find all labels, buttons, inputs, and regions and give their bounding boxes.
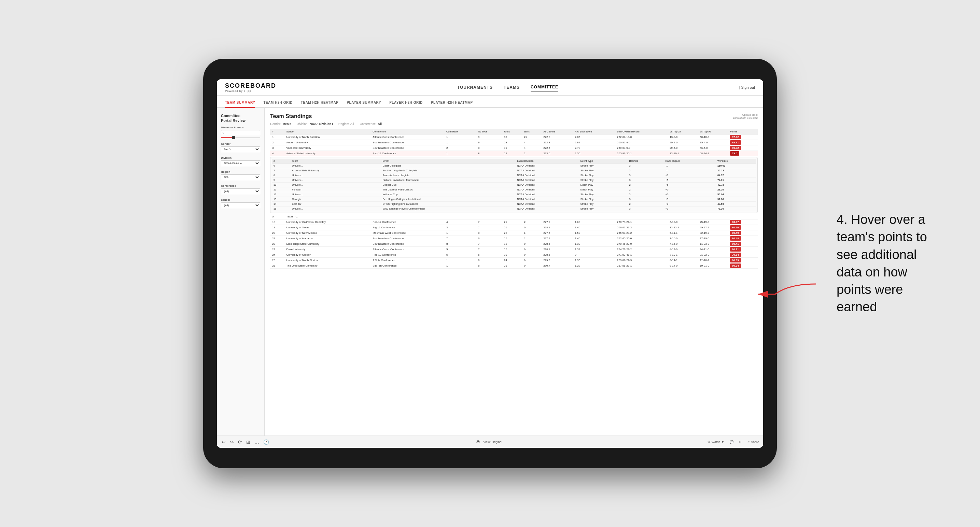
share-button[interactable]: ↗ Share (747, 440, 759, 444)
slider-track[interactable] (221, 137, 260, 138)
expanded-table-row[interactable]: 10 Univers... Copper Cup NCAA Division I… (272, 183, 756, 187)
subnav-team-h2h-heatmap[interactable]: TEAM H2H HEATMAP (301, 101, 339, 108)
expanded-row: # Team Event Event Division Event Type R… (270, 156, 758, 214)
sub-nav: TEAM SUMMARY TEAM H2H GRID TEAM H2H HEAT… (217, 95, 763, 108)
points-badge[interactable]: 80.94 (730, 264, 741, 268)
table-row-highlighted[interactable]: 4 Arizona State University Pac-12 Confer… (270, 151, 758, 156)
sidebar-section-school: School (All) (221, 198, 260, 208)
sidebar-section-gender: Gender Men's Women's (221, 142, 260, 152)
expanded-table-row[interactable]: 12 Univers... Williams Cup NCAA Division… (272, 192, 756, 197)
table-row[interactable]: 23 Duke University Atlantic Coast Confer… (270, 247, 758, 252)
report-sidebar: Committee Portal Review Minimum Rounds (217, 108, 265, 435)
filter-gender: Gender: Men's (270, 122, 291, 125)
undo-button[interactable]: ↩ (221, 439, 226, 445)
sign-out[interactable]: | Sign out (739, 85, 755, 89)
col-points: Points (728, 129, 758, 135)
subnav-player-h2h-heatmap[interactable]: PLAYER H2H HEATMAP (431, 101, 473, 108)
toolbar-left: ↩ ↪ ⟳ ⊞ … 🕐 (221, 439, 270, 445)
sidebar-label-conference: Conference (221, 184, 260, 187)
col-adj-score: Adj. Score (541, 129, 573, 135)
points-badge-highlighted[interactable]: 79.5 (730, 151, 740, 156)
nav-tournaments[interactable]: TOURNAMENTS (457, 84, 493, 91)
table-row[interactable]: 19 University of Texas Big 12 Conference… (270, 225, 758, 230)
comment-button[interactable]: 💬 (730, 440, 733, 444)
copy-button[interactable]: ⊞ (245, 439, 251, 445)
points-badge[interactable]: 80.49 (730, 231, 741, 235)
sidebar-label-division: Division (221, 156, 260, 159)
share-icon: ↗ (747, 440, 750, 444)
clock-button[interactable]: 🕐 (262, 439, 270, 445)
filter-row: Gender: Men's Division: NCAA Division I … (270, 122, 758, 125)
report-container: Committee Portal Review Minimum Rounds (217, 108, 763, 435)
school-select[interactable]: (All) (221, 202, 260, 208)
table-row[interactable]: 25 University of North Florida ASUN Conf… (270, 258, 758, 263)
expanded-table-row[interactable]: 6 Univers... Cater Collegiate NCAA Divis… (272, 163, 756, 168)
expanded-table-row[interactable]: 7 Arizona State University Southern High… (272, 168, 756, 173)
subnav-team-summary[interactable]: TEAM SUMMARY (225, 101, 255, 108)
logo-sub: Powered by clipp (225, 89, 276, 92)
col-avg-low: Avg Low Score (573, 129, 615, 135)
subnav-player-summary[interactable]: PLAYER SUMMARY (347, 101, 381, 108)
expanded-table-row[interactable]: 8 Univers... Amer Art Intercollegiate NC… (272, 173, 756, 178)
table-row[interactable]: 2 Auburn University Southeastern Confere… (270, 140, 758, 145)
col-conf-rank: Conf Rank (444, 129, 476, 135)
table-row[interactable]: 1 University of North Carolina Atlantic … (270, 135, 758, 140)
expanded-table: # Team Event Event Division Event Type R… (272, 159, 756, 211)
points-badge[interactable]: 80.70 (730, 225, 741, 230)
expanded-table-row[interactable]: 9 Univers... National Invitational Tourn… (272, 178, 756, 183)
expanded-table-row[interactable]: 11 Florida I The Cypress Point Classic N… (272, 187, 756, 192)
table-row[interactable]: 20 University of New Mexico Mountain Wes… (270, 230, 758, 236)
view-label: View: Original (483, 440, 502, 444)
table-row[interactable]: 5 Texas T... (270, 214, 758, 219)
points-badge[interactable]: 93.31 (730, 140, 741, 145)
gender-select[interactable]: Men's Women's (221, 146, 260, 152)
col-rank: # (270, 129, 284, 135)
table-row[interactable]: 3 Vanderbilt University Southeastern Con… (270, 145, 758, 151)
subnav-player-h2h-grid[interactable]: PLAYER H2H GRID (389, 101, 423, 108)
filter-region: Region: All (338, 122, 355, 125)
toolbar-right: 👁 Watch ▼ 💬 ⊞ ↗ Share (708, 440, 759, 444)
reset-button[interactable]: ⟳ (237, 439, 243, 445)
col-school: School (284, 129, 371, 135)
region-select[interactable]: N/A East West (221, 175, 260, 180)
min-rounds-input[interactable] (221, 130, 260, 135)
expanded-detail: # Team Event Event Division Event Type R… (270, 157, 758, 213)
sidebar-section-conference: Conference (All) (221, 184, 260, 194)
points-badge[interactable]: 80.41 (730, 242, 741, 246)
annotation-text: 4. Hover over a team's points to see add… (837, 211, 939, 316)
division-select[interactable]: NCAA Division I NCAA Division II NCAA Di… (221, 160, 260, 166)
points-badge[interactable]: 90.32 (730, 146, 741, 150)
points-badge[interactable]: 97.02 (730, 135, 741, 139)
grid-button[interactable]: ⊞ (739, 440, 742, 444)
tablet-screen: SCOREBOARD Powered by clipp TOURNAMENTS … (217, 79, 763, 448)
subnav-team-h2h-grid[interactable]: TEAM H2H GRID (263, 101, 292, 108)
expanded-table-row[interactable]: 13 Georgia Ben Hogan Collegiate Invitati… (272, 197, 756, 202)
expanded-table-row[interactable]: 14 East Tar OFCC Fighting Illini Invitat… (272, 202, 756, 206)
col-vs25: Vs Top 25 (668, 129, 698, 135)
points-badge[interactable]: 80.71 (730, 247, 741, 252)
expanded-table-row[interactable]: 15 Univers... 2023 Sahalee Players Champ… (272, 206, 756, 211)
table-row[interactable]: 26 The Ohio State University Big Ten Con… (270, 263, 758, 268)
more-button[interactable]: … (254, 439, 260, 445)
sidebar-section-min-rounds: Minimum Rounds (221, 126, 260, 138)
points-badge[interactable]: 80.48 (730, 236, 741, 241)
redo-button[interactable]: ↪ (229, 439, 235, 445)
nav-committee[interactable]: COMMITTEE (531, 83, 558, 92)
points-badge[interactable]: 83.07 (730, 220, 741, 224)
table-row[interactable]: 22 Mississippi State University Southeas… (270, 241, 758, 247)
nav-teams[interactable]: TEAMS (504, 84, 520, 91)
watch-button[interactable]: 👁 Watch ▼ (708, 440, 724, 444)
main-content: Committee Portal Review Minimum Rounds (217, 108, 763, 435)
table-row[interactable]: 21 University of Alabama Southeastern Co… (270, 236, 758, 241)
slider-thumb[interactable] (232, 136, 235, 139)
col-vs50: Vs Top 50 (698, 129, 728, 135)
tablet-device: SCOREBOARD Powered by clipp TOURNAMENTS … (203, 59, 777, 468)
points-badge[interactable]: 80.89 (730, 258, 741, 262)
table-row[interactable]: 24 University of Oregon Pac-12 Conferenc… (270, 252, 758, 258)
eye-icon: 👁 (475, 439, 481, 445)
table-row[interactable]: 18 University of California, Berkeley Pa… (270, 219, 758, 225)
report-header: Team Standings Update time: 13/03/2024 1… (270, 113, 758, 119)
col-no-tour: No Tour (476, 129, 502, 135)
conference-select[interactable]: (All) (221, 189, 260, 194)
points-badge[interactable]: 79.14 (730, 252, 741, 257)
